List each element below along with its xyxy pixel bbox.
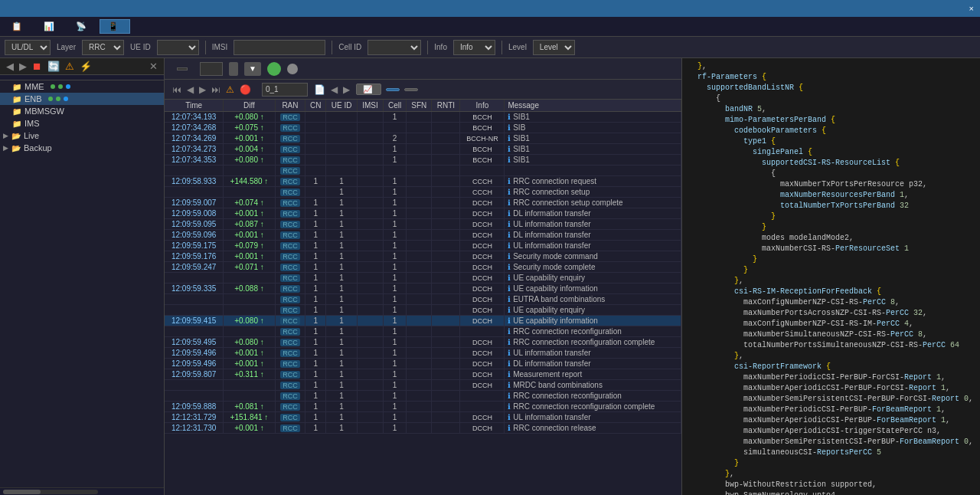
add-filter-btn[interactable]: [267, 62, 281, 76]
sidebar-item-ims[interactable]: 📁 IMS: [0, 117, 164, 129]
sidebar-stop-btn[interactable]: ⏹: [31, 61, 44, 72]
cell-ueid: 1: [326, 187, 358, 198]
table-row[interactable]: RCC 1 1 1 ℹ RRC connection reconfigurati…: [165, 391, 681, 402]
table-row[interactable]: 12:09:59.247 +0.071 ↑ RCC 1 1 1 DCCH ℹ S…: [165, 262, 681, 273]
sidebar-refresh-btn[interactable]: 🔄: [46, 61, 61, 72]
table-row[interactable]: 12:09:59.007 +0.074 ↑ RCC 1 1 1 DCCH ℹ R…: [165, 198, 681, 208]
table-row[interactable]: RCC 1 1 1 DCCH ℹ UE capability enquiry: [165, 305, 681, 316]
nav-tab-mme[interactable]: 📱: [100, 19, 130, 34]
sidebar-close-btn[interactable]: ✕: [148, 61, 159, 72]
sidebar-item-live[interactable]: ▶ 📂 Live: [0, 129, 164, 142]
filter-select-btn[interactable]: ▼: [244, 62, 261, 76]
top-nav: 📋 📊 📡 📱: [0, 17, 980, 37]
cell-info: DCCH: [460, 198, 505, 208]
table-row[interactable]: 12:09:59.335 +0.088 ↑ RCC 1 1 1 DCCH ℹ U…: [165, 284, 681, 294]
table-row[interactable]: 12:09:59.175 +0.079 ↑ RCC 1 1 1 DCCH ℹ U…: [165, 241, 681, 251]
cell-message: ℹ Measurement report: [505, 369, 681, 380]
cell-cell: 1: [384, 391, 407, 402]
first-btn[interactable]: ⏮: [171, 84, 183, 95]
cellid-select[interactable]: [368, 40, 421, 55]
analytics-btn[interactable]: 📈: [356, 84, 381, 95]
table-row[interactable]: RCC 1 1 1 DCCH ℹ MRDC band combinations: [165, 380, 681, 391]
nav-tab-stats[interactable]: 📊: [35, 19, 66, 34]
cell-cn: 1: [305, 294, 326, 305]
table-row[interactable]: 12:09:59.496 +0.001 ↑ RCC 1 1 1 DCCH ℹ D…: [165, 359, 681, 369]
cell-diff: +0.081 ↑: [224, 402, 275, 412]
table-row[interactable]: 12:09:59.095 +0.087 ↑ RCC 1 1 1 DCCH ℹ U…: [165, 219, 681, 230]
group-ueid-input[interactable]: [200, 62, 223, 76]
cell-ueid: 1: [326, 326, 358, 337]
search-next-btn[interactable]: ▶: [341, 84, 351, 95]
table-row[interactable]: 12:09:59.888 +0.081 ↑ RCC 1 1 1 ℹ RRC co…: [165, 402, 681, 412]
remove-filter-btn[interactable]: [287, 64, 298, 74]
table-row[interactable]: RCC 1 1 1 ℹ RRC connection reconfigurati…: [165, 326, 681, 337]
cell-diff: [224, 380, 275, 391]
cell-info: DCCH: [460, 337, 505, 348]
sidebar-fwd-btn[interactable]: ▶: [18, 61, 28, 72]
search-input[interactable]: [262, 83, 308, 97]
sidebar-warn-btn[interactable]: ⚠: [64, 61, 76, 72]
clear-filter-btn[interactable]: [229, 62, 238, 76]
table-row[interactable]: 12:09:59.008 +0.001 ↑ RCC 1 1 1 DCCH ℹ D…: [165, 208, 681, 219]
uecaps-btn[interactable]: [404, 88, 418, 91]
table-row[interactable]: 12:09:59.096 +0.001 ↑ RCC 1 1 1 DCCH ℹ D…: [165, 230, 681, 241]
layer-select[interactable]: RRCMACRLC: [82, 40, 124, 55]
sidebar-power-btn[interactable]: ⚡: [78, 61, 93, 72]
cell-cn: 1: [305, 412, 326, 423]
cell-ueid: 1: [326, 402, 358, 412]
prev-btn[interactable]: ◀: [185, 84, 195, 95]
error-btn[interactable]: 🔴: [238, 84, 253, 95]
cell-message: ℹ MRDC band combinations: [505, 380, 681, 391]
cell-rnti: [432, 305, 460, 316]
table-row[interactable]: 12:12:31.729 +151.841 ↑ RCC 1 1 1 DCCH ℹ…: [165, 412, 681, 423]
sidebar-scrollbar[interactable]: [3, 490, 98, 494]
cell-time: 12:09:59.176: [165, 251, 224, 262]
table-row[interactable]: 12:09:59.176 +0.001 ↑ RCC 1 1 1 DCCH ℹ S…: [165, 251, 681, 262]
ueid-select[interactable]: [157, 40, 199, 55]
imsi-input[interactable]: [234, 40, 325, 55]
search-prev-btn[interactable]: ◀: [329, 84, 339, 95]
sidebar-item-mme[interactable]: 📁 MME: [0, 80, 164, 93]
main-layout: ◀ ▶ ⏹ 🔄 ⚠ ⚡ ✕ 📁 MME 📁 ENB: [0, 58, 980, 495]
table-row[interactable]: 12:09:58.933 +144.580 ↑ RCC 1 1 1 CCCH ℹ…: [165, 176, 681, 187]
table-row[interactable]: 12:07:34.269 +0.001 ↑ RCC 2 BCCH-NR ℹ SI…: [165, 133, 681, 144]
table-row[interactable]: 12:07:34.273 +0.004 ↑ RCC 1 BCCH ℹ SIB1: [165, 144, 681, 155]
ueid-label: UE ID: [130, 43, 151, 51]
rb-btn[interactable]: [386, 88, 400, 91]
info-select[interactable]: Info: [453, 40, 495, 55]
level-select[interactable]: Level: [533, 40, 575, 55]
close-icon[interactable]: ×: [969, 4, 974, 13]
code-line: rf-Parameters {: [688, 72, 974, 83]
table-row[interactable]: 12:07:34.268 +0.075 ↑ RCC BCCH ℹ SIB: [165, 123, 681, 133]
next-btn[interactable]: ▶: [198, 84, 207, 95]
sidebar-item-backup[interactable]: ▶ 📂 Backup: [0, 142, 164, 154]
sidebar-item-enb[interactable]: 📁 ENB: [0, 93, 164, 105]
sidebar-item-mbmsgw[interactable]: 📁 MBMSGW: [0, 105, 164, 117]
table-row[interactable]: 12:07:34.353 +0.080 ↑ RCC 1 BCCH ℹ SIB1: [165, 155, 681, 166]
last-btn[interactable]: ⏭: [210, 84, 222, 95]
table-row[interactable]: 12:09:59.495 +0.080 ↑ RCC 1 1 1 DCCH ℹ R…: [165, 337, 681, 348]
mode-select[interactable]: UL/DL: [5, 40, 51, 55]
table-row[interactable]: 12:09:59.807 +0.311 ↑ RCC 1 1 1 DCCH ℹ M…: [165, 369, 681, 380]
nav-tab-logs[interactable]: 📋: [3, 19, 34, 34]
status-dot-green: [51, 84, 55, 89]
toolbar: UL/DL Layer RRCMACRLC UE ID IMSI Cell ID…: [0, 37, 980, 58]
cell-time: 12:09:59.495: [165, 337, 224, 348]
table-row[interactable]: 12:09:59.415 +0.080 ↑ RCC 1 1 1 DCCH ℹ U…: [165, 316, 681, 326]
table-row[interactable]: 12:12:31.730 +0.001 ↑ RCC 1 1 1 DCCH ℹ R…: [165, 423, 681, 434]
cell-message: ℹ UL information transfer: [505, 348, 681, 359]
folder-icon: 📁: [12, 120, 21, 128]
table-row[interactable]: 12:09:59.496 +0.001 ↑ RCC 1 1 1 DCCH ℹ U…: [165, 348, 681, 359]
table-row[interactable]: RCC 1 1 1 DCCH ℹ EUTRA band combinations: [165, 294, 681, 305]
search-file-btn[interactable]: 📄: [312, 84, 327, 95]
table-row[interactable]: 12:07:34.193 +0.080 ↑ RCC 1 BCCH ℹ SIB1: [165, 112, 681, 123]
cell-imsi: [358, 155, 384, 166]
cell-ran: RCC: [275, 284, 305, 294]
chevron-right-icon: ▶: [3, 132, 8, 139]
table-row[interactable]: RCC 1 1 1 DCCH ℹ UE capability enquiry: [165, 273, 681, 284]
table-row[interactable]: RCC 1 1 CCCH ℹ RRC connection setup: [165, 187, 681, 198]
sidebar-back-btn[interactable]: ◀: [5, 61, 15, 72]
warn-btn[interactable]: ⚠: [224, 84, 236, 95]
nav-tab-enb[interactable]: 📡: [67, 19, 98, 34]
table-row[interactable]: RCC: [165, 166, 681, 176]
